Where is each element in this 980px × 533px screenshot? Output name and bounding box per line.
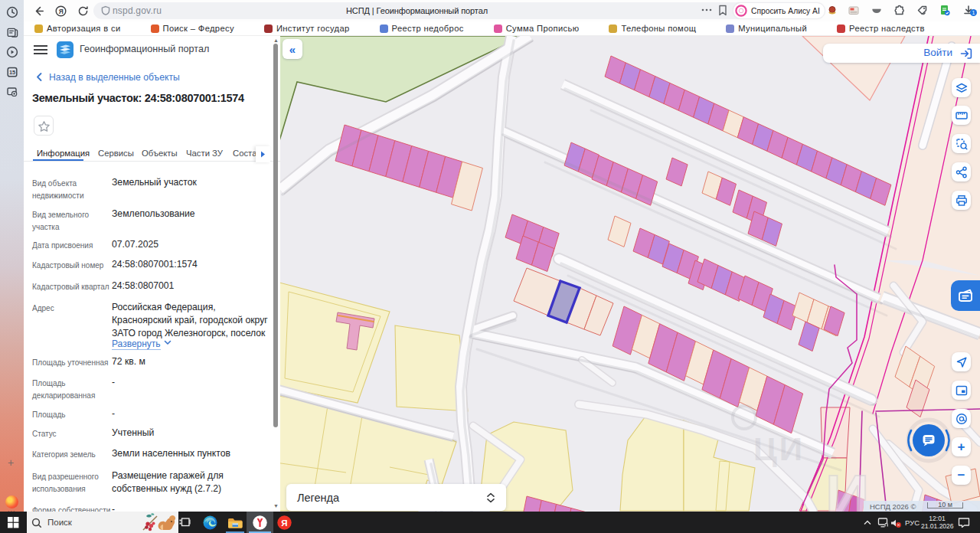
svg-text:15: 15: [9, 69, 15, 76]
svg-text:И: И: [825, 463, 870, 512]
svg-text:Я: Я: [59, 8, 64, 15]
svg-text:ЦИ: ЦИ: [753, 431, 805, 467]
svg-text:Я: Я: [281, 518, 287, 527]
